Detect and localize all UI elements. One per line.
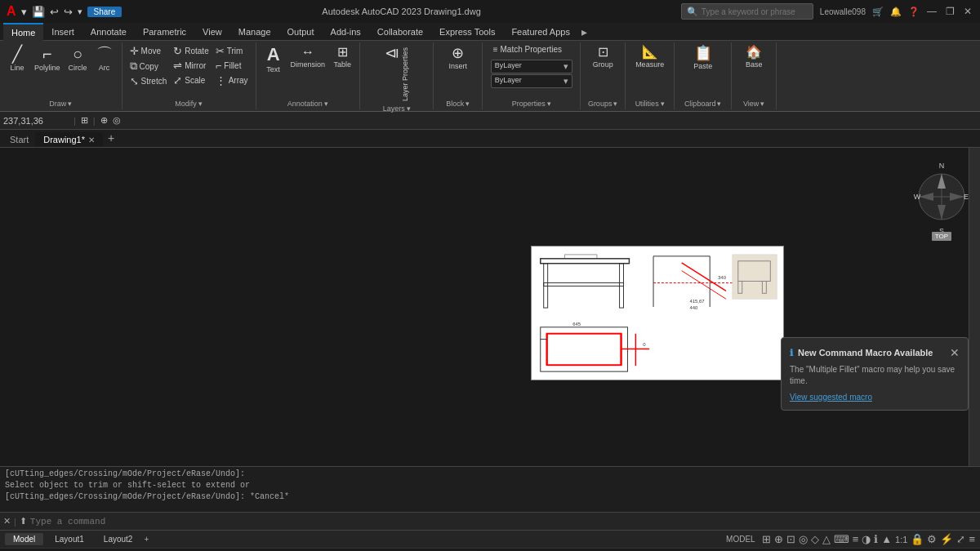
qproperties-icon[interactable]: ℹ — [874, 533, 878, 545]
view-expand-icon[interactable]: ▾ — [760, 100, 764, 108]
lock-icon[interactable]: 🔒 — [911, 533, 924, 545]
svg-text:645: 645 — [572, 322, 581, 327]
units-icon[interactable]: 1:1 — [895, 535, 907, 544]
polar-status-icon[interactable]: ◎ — [799, 533, 808, 545]
add-layout-btn[interactable]: + — [144, 535, 149, 544]
tab-drawing1[interactable]: Drawing1* ✕ — [35, 132, 103, 147]
grid-snap-icon[interactable]: ⊞ — [81, 115, 88, 126]
arc-button[interactable]: ⌒ Arc — [92, 44, 117, 73]
share-button[interactable]: Share — [87, 7, 122, 17]
array-button[interactable]: ⋮ Array — [213, 73, 251, 87]
annotation-label: Annotation — [287, 100, 323, 108]
base-button[interactable]: 🏠 Base — [742, 44, 766, 70]
restore-btn[interactable]: ❐ — [944, 6, 956, 17]
cart-icon[interactable]: 🛒 — [872, 7, 884, 17]
mirror-button[interactable]: ⇌ Mirror — [171, 59, 211, 73]
tab-parametric[interactable]: Parametric — [135, 23, 194, 41]
block-expand-icon[interactable]: ▾ — [466, 100, 470, 108]
snap-icon[interactable]: ⊕ — [774, 533, 783, 545]
tab-addins[interactable]: Add-ins — [323, 23, 369, 41]
undo-icon[interactable]: ↩ — [50, 6, 59, 18]
tab-featured[interactable]: Featured Apps — [503, 23, 578, 41]
notification-link[interactable]: View suggested macro — [790, 393, 872, 402]
polar-icon[interactable]: ◎ — [113, 115, 121, 126]
ortho-status-icon[interactable]: ⊡ — [786, 533, 795, 545]
circle-button[interactable]: ○ Circle — [65, 44, 91, 73]
annotation-monitor-icon[interactable]: ▲ — [881, 533, 892, 545]
line-button[interactable]: ╱ Line — [5, 44, 29, 73]
insert-button[interactable]: ⊕ Insert — [445, 44, 470, 72]
cmd-close-icon[interactable]: ✕ — [3, 516, 11, 527]
grid-icon[interactable]: ⊞ — [762, 533, 771, 545]
bylayer-dropdown-1[interactable]: ByLayer ▾ — [491, 60, 572, 73]
tab-start[interactable]: Start — [3, 132, 35, 147]
tab-close-icon[interactable]: ✕ — [88, 136, 95, 144]
tab-home[interactable]: Home — [3, 23, 43, 41]
clipboard-expand-icon[interactable]: ▾ — [717, 100, 721, 108]
modify-expand-icon[interactable]: ▾ — [198, 100, 203, 108]
rotate-button[interactable]: ↻ Rotate — [171, 44, 211, 58]
redo-icon[interactable]: ↪ — [64, 6, 73, 18]
draw-expand-icon[interactable]: ▾ — [68, 100, 72, 108]
close-btn[interactable]: ✕ — [962, 6, 973, 17]
groups-expand-icon[interactable]: ▾ — [613, 100, 617, 108]
command-line: [cUTting_edges/Crossing/mOde/Project/eRa… — [0, 466, 980, 530]
layout1-tab[interactable]: Layout1 — [47, 533, 92, 545]
tab-collaborate[interactable]: Collaborate — [369, 23, 431, 41]
ortho-icon[interactable]: ⊕ — [100, 115, 108, 126]
3d-snap-icon[interactable]: △ — [822, 533, 831, 545]
command-input[interactable] — [30, 517, 977, 527]
customize-icon[interactable]: ≡ — [969, 533, 975, 545]
tab-view[interactable]: View — [194, 23, 230, 41]
stretch-button[interactable]: ⤡ Stretch — [127, 74, 170, 88]
bell-icon[interactable]: 🔔 — [890, 7, 902, 17]
ribbon-group-view: 🏠 Base View ▾ — [732, 42, 777, 109]
save-icon[interactable]: 💾 — [32, 6, 45, 18]
group-button[interactable]: ⊡ Group — [590, 44, 617, 70]
search-bar[interactable]: 🔍 — [681, 3, 813, 20]
trim-icon: ✂ — [216, 45, 225, 57]
hardware-accel-icon[interactable]: ⚡ — [940, 533, 953, 545]
layer-properties-button[interactable]: ⧏ Layer Properties — [381, 44, 412, 103]
tab-express[interactable]: Express Tools — [431, 23, 503, 41]
move-button[interactable]: ✛ Move — [127, 44, 170, 58]
notification-close-button[interactable]: ✕ — [950, 346, 960, 359]
tab-output[interactable]: Output — [279, 23, 323, 41]
trim-button[interactable]: ✂ Trim — [213, 44, 251, 58]
properties-expand-icon[interactable]: ▾ — [547, 100, 551, 108]
tab-annotate[interactable]: Annotate — [82, 23, 135, 41]
table-button[interactable]: ⊞ Table — [330, 44, 354, 70]
cmd-dropdown-icon[interactable]: ⬆ — [20, 516, 27, 527]
layers-expand-icon[interactable]: ▾ — [407, 104, 411, 113]
scrollbar-right[interactable] — [969, 148, 980, 466]
menu-icon[interactable]: ▾ — [21, 6, 27, 18]
copy-button[interactable]: ⧉ Copy — [127, 59, 170, 73]
help-icon[interactable]: ❓ — [908, 7, 920, 17]
annotation-expand-icon[interactable]: ▾ — [324, 100, 328, 108]
tab-insert[interactable]: Insert — [43, 23, 82, 41]
tab-manage[interactable]: Manage — [230, 23, 279, 41]
tab-add-button[interactable]: + — [103, 129, 119, 147]
dimension-button[interactable]: ↔ Dimension — [287, 44, 329, 70]
more-apps-icon[interactable]: ▸ — [581, 25, 587, 38]
isolate-icon[interactable]: ⚙ — [927, 533, 937, 545]
text-button[interactable]: A Text — [261, 44, 286, 75]
minimize-btn[interactable]: — — [926, 6, 938, 17]
polyline-button[interactable]: ⌐ Polyline — [31, 44, 64, 73]
match-properties-button[interactable]: ≡ Match Properties — [491, 44, 564, 55]
search-input[interactable] — [702, 7, 808, 16]
scale-button[interactable]: ⤢ Scale — [171, 73, 211, 87]
lineweight-icon[interactable]: ≡ — [853, 533, 859, 545]
clean-screen-icon[interactable]: ⤢ — [956, 533, 965, 545]
dynamic-input-icon[interactable]: ⌨ — [834, 533, 849, 545]
utilities-expand-icon[interactable]: ▾ — [661, 100, 665, 108]
layout2-tab[interactable]: Layout2 — [96, 533, 141, 545]
bylayer-dropdown-2[interactable]: ByLayer ▾ — [491, 74, 572, 88]
measure-button[interactable]: 📐 Measure — [632, 44, 667, 70]
fillet-button[interactable]: ⌐ Fillet — [213, 59, 251, 73]
transparency-icon[interactable]: ◑ — [862, 533, 871, 545]
paste-button[interactable]: 📋 Paste — [690, 44, 715, 72]
model-tab[interactable]: Model — [5, 533, 43, 545]
more-icon[interactable]: ▾ — [78, 7, 82, 17]
object-snap-icon[interactable]: ◇ — [811, 533, 819, 545]
